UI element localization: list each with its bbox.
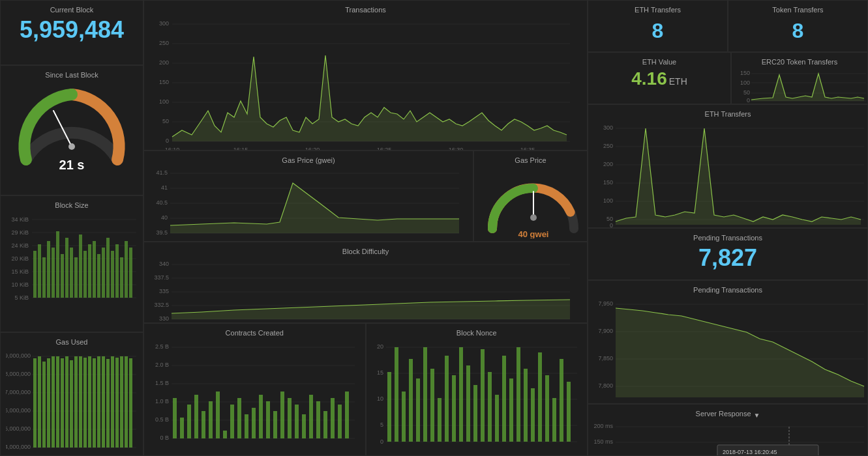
svg-rect-25 [70,248,73,298]
svg-rect-144 [266,401,270,438]
current-block-value: 5,959,484 [6,16,138,44]
svg-text:200: 200 [159,59,169,66]
block-size-chart: 34 KiB 29 KiB 24 KiB 20 KiB 15 KiB 10 Ki… [6,212,140,313]
eth-transfers-count-panel: ETH Transfers 8 [588,0,728,52]
svg-text:1.0 B: 1.0 B [155,398,169,405]
svg-rect-138 [223,431,227,438]
svg-rect-149 [302,414,306,438]
svg-rect-61 [79,356,82,448]
svg-rect-33 [106,238,110,298]
svg-rect-176 [459,347,463,442]
eth-value-panel: ETH Value 4.16 ETH [588,52,731,104]
svg-rect-140 [237,398,241,438]
svg-text:250: 250 [603,143,613,149]
svg-text:50: 50 [743,89,750,96]
eth-value-unit: ETH [669,76,687,87]
svg-rect-21 [52,248,55,298]
svg-rect-152 [323,411,327,438]
gas-used-chart: 9,000,000 8,000,000 7,000,000 6,000,000 … [6,349,140,456]
svg-rect-143 [259,395,263,438]
svg-rect-54 [47,358,50,448]
svg-rect-59 [70,360,73,448]
block-nonce-title: Block Nonce [372,329,582,337]
svg-rect-55 [52,356,55,448]
svg-rect-35 [115,244,119,298]
svg-rect-183 [509,378,513,442]
svg-rect-168 [402,392,406,442]
svg-text:5 KiB: 5 KiB [14,294,29,301]
since-last-block-panel: Since Last Block 21 s [0,65,143,195]
eth-transfers-count-title: ETH Transfers [593,6,722,14]
svg-text:200 ms: 200 ms [593,423,613,429]
contracts-chart: 2.5 B 2.0 B 1.5 B 1.0 B 0.5 B 0 B [149,339,358,449]
svg-rect-187 [538,352,542,442]
svg-rect-27 [79,235,82,298]
server-response-chevron[interactable]: ▼ [754,412,760,419]
svg-rect-67 [106,359,110,448]
server-response-title: Server Response [696,410,751,418]
svg-rect-31 [97,254,100,298]
svg-text:50: 50 [162,118,169,124]
contracts-created-title: Contracts Created [149,329,360,337]
svg-rect-133 [187,405,191,438]
since-last-block-title: Since Last Block [6,71,138,79]
svg-rect-62 [83,358,87,448]
svg-text:200: 200 [603,161,613,167]
svg-point-1 [68,143,75,150]
svg-text:39.5: 39.5 [156,229,168,236]
gas-price-gauge: 40 gwei [479,167,587,238]
svg-rect-23 [61,254,64,298]
svg-rect-60 [74,356,78,448]
svg-rect-52 [38,356,41,448]
svg-rect-64 [93,358,96,448]
svg-marker-223 [616,308,864,397]
svg-text:330: 330 [159,315,169,322]
svg-rect-22 [56,231,59,298]
svg-rect-36 [120,257,123,298]
svg-text:4,000,000: 4,000,000 [6,444,31,450]
eth-value-row: ETH Value 4.16 ETH ERC20 Token Transfers… [588,52,868,104]
svg-rect-135 [202,411,205,438]
svg-text:7,000,000: 7,000,000 [6,389,31,395]
svg-text:41.5: 41.5 [156,169,168,176]
bottom-charts-row: Contracts Created 2.5 B 2.0 B 1.5 B 1.0 … [143,323,588,456]
svg-rect-186 [531,388,535,442]
svg-rect-32 [102,248,105,298]
svg-text:0 B: 0 B [160,435,169,441]
svg-rect-34 [111,251,114,298]
svg-text:24 KiB: 24 KiB [11,242,29,249]
svg-rect-181 [495,395,499,442]
svg-rect-63 [88,356,91,448]
svg-text:300: 300 [159,20,169,27]
svg-rect-148 [295,405,299,438]
svg-rect-19 [42,257,46,298]
block-size-title: Block Size [6,201,138,209]
svg-rect-174 [445,356,449,442]
svg-text:40.5: 40.5 [156,199,168,206]
svg-text:2.5 B: 2.5 B [155,343,169,350]
svg-rect-139 [230,405,234,438]
svg-rect-145 [273,411,277,438]
svg-text:300: 300 [603,124,613,131]
svg-rect-147 [288,398,292,438]
svg-text:100: 100 [740,79,750,86]
svg-marker-104 [170,183,459,233]
eth-transfers-count-value: 8 [593,19,722,43]
block-size-panel: Block Size 34 KiB 29 KiB 24 KiB 20 KiB 1… [0,195,143,332]
current-block-panel: Current Block 5,959,484 [0,0,143,65]
svg-text:0: 0 [166,137,169,144]
svg-rect-141 [245,414,248,438]
svg-rect-166 [387,372,391,442]
svg-marker-93 [172,55,567,141]
pending-count-panel: Pending Transactions 7,827 [588,228,868,280]
svg-text:8,000,000: 8,000,000 [6,371,31,377]
svg-rect-179 [481,349,485,442]
svg-rect-172 [430,369,434,442]
svg-point-106 [530,214,537,221]
svg-text:7,900: 7,900 [598,328,613,334]
pending-chart-panel: Pending Transactions 7,950 7,900 7,850 7… [588,280,868,404]
svg-rect-178 [473,385,477,442]
svg-text:15: 15 [376,369,383,376]
pending-chart: 7,950 7,900 7,850 7,800 [593,296,866,404]
svg-text:7,850: 7,850 [598,355,613,362]
